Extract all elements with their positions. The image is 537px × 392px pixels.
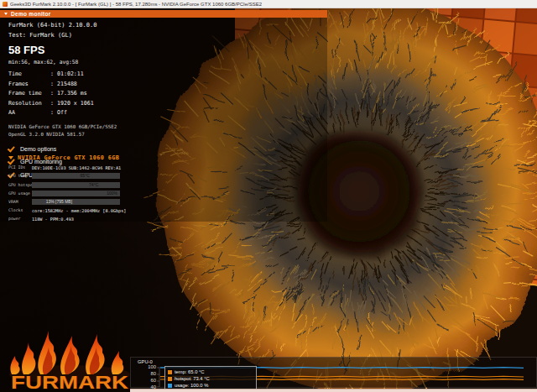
legend-usage: usage: 100.0 % xyxy=(168,382,253,389)
checkbox-demo-options[interactable]: Demo options xyxy=(8,146,176,152)
legend-hotspot: hotspot: 73.4 °C xyxy=(168,375,253,382)
app-flame-icon xyxy=(3,2,8,7)
session-stats: Time : 01:02:11 Frames : 215488 Frame ti… xyxy=(8,71,176,116)
row-power: power 118W - PPM:0.493 xyxy=(8,216,197,222)
hotspot-swatch-icon xyxy=(168,377,172,381)
window-title: Geeks3D FurMark 2.10.0.0 - [ FurMark (GL… xyxy=(10,2,262,7)
window-bottom-border xyxy=(130,389,537,392)
graph-legend: temp: 65.0 °C hotspot: 73.4 °C usage: 10… xyxy=(164,366,257,391)
vram-bar: 13% [795 MB] xyxy=(32,199,120,205)
gpu-graph-panel: GPU-0 100 80 60 40 temp: 65.0 °C hotspot… xyxy=(130,357,537,388)
collapse-arrow-icon xyxy=(8,156,13,159)
title-bar: Geeks3D FurMark 2.10.0.0 - [ FurMark (GL… xyxy=(0,0,537,8)
row-clocks: Clocks core:1582MHz - mem:2004MHz [8.0Gb… xyxy=(8,207,197,213)
row-gpu-hotspot: GPU hotspot 74°C xyxy=(8,182,197,188)
stat-row-resolution: Resolution : 1920 x 1061 xyxy=(8,100,176,107)
usage-bar: 100% xyxy=(32,191,120,196)
test-line: Test: FurMark (GL) xyxy=(8,32,176,39)
stat-row-frametime: Frame time : 17.356 ms xyxy=(8,90,176,97)
renderer-name: NVIDIA GeForce GTX 1060 6GB/PCIe/SSE2 xyxy=(8,123,176,131)
stat-row-time: Time : 01:02:11 xyxy=(8,71,176,77)
legend-temp: temp: 65.0 °C xyxy=(168,368,253,375)
checkmark-icon xyxy=(8,144,15,152)
usage-swatch-icon xyxy=(168,384,172,388)
furmark-logo: FURMARK xyxy=(7,326,133,391)
stat-row-aa: AA : Off xyxy=(8,109,176,116)
furmark-window: Geeks3D FurMark 2.10.0.0 - [ FurMark (GL… xyxy=(0,0,537,392)
row-pci-ids: PCI IDs DEV:10DE-1C03 SUB:1462-8C96 REV:… xyxy=(8,165,197,170)
row-gpu-usage: GPU usage 100% xyxy=(8,191,197,196)
temp-bar: 65°C xyxy=(32,173,120,179)
collapse-arrow-icon xyxy=(4,13,8,15)
app-version-line: FurMark (64-bit) 2.10.0.0 xyxy=(8,22,176,29)
demo-monitor-title: Demo monitor xyxy=(11,11,51,17)
demo-monitor-header[interactable]: Demo monitor xyxy=(0,10,327,18)
gpu-monitor-section: NVIDIA GeForce GTX 1060 6GB PCI IDs DEV:… xyxy=(8,154,197,222)
row-gpu-temp: GPU temp 65°C xyxy=(8,173,197,179)
fps-stats: min:56, max:62, avg:58 xyxy=(8,59,176,65)
gpu-name: NVIDIA GeForce GTX 1060 6GB xyxy=(18,154,119,161)
fps-readout: 58 FPS xyxy=(8,44,176,56)
opengl-version: OpenGL 3.2.0 NVIDIA 581.57 xyxy=(8,131,176,139)
stat-row-frames: Frames : 215488 xyxy=(8,81,176,87)
row-vram: VRAM 13% [795 MB] xyxy=(8,199,197,205)
temp-swatch-icon xyxy=(168,370,172,374)
hotspot-bar: 74°C xyxy=(32,182,120,188)
logo-wordmark: FURMARK xyxy=(11,372,128,391)
renderer-info: NVIDIA GeForce GTX 1060 6GB/PCIe/SSE2 Op… xyxy=(8,123,176,139)
gpu-monitor-header[interactable]: NVIDIA GeForce GTX 1060 6GB xyxy=(8,154,197,162)
